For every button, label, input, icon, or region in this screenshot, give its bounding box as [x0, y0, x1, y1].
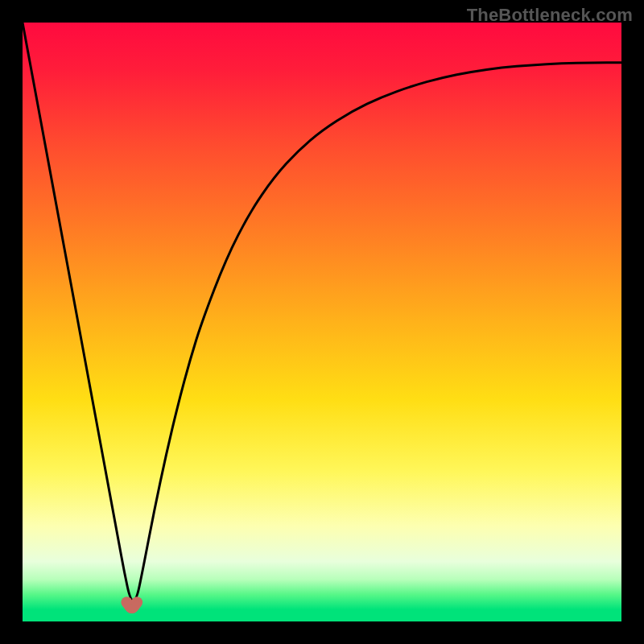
chart-frame: TheBottleneck.com: [0, 0, 644, 644]
curve-layer: [23, 23, 621, 621]
valley-connector: [126, 605, 137, 609]
plot-area: [23, 23, 621, 621]
bottleneck-curve: [23, 23, 621, 601]
watermark-text: TheBottleneck.com: [467, 5, 633, 26]
